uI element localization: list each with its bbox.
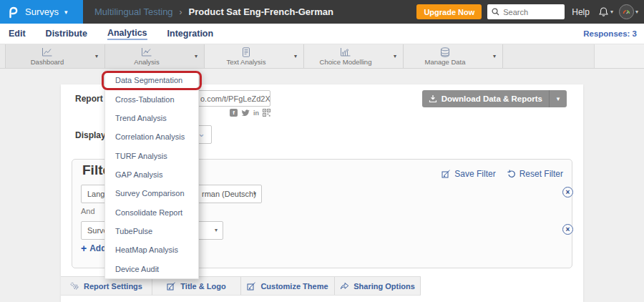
download-icon (429, 94, 437, 103)
account-caret-icon: ▾ (635, 9, 638, 15)
dot-bar-chart-icon (340, 47, 351, 57)
menu-item-survey-comparison[interactable]: Survey Comparison (105, 184, 198, 203)
menu-item-heatmap-analysis[interactable]: HeatMap Analysis (105, 240, 198, 259)
avatar (619, 4, 634, 19)
search-box[interactable] (487, 4, 565, 19)
account-menu[interactable]: ▾ (619, 4, 638, 19)
section-nav: Edit Distribute Analytics Integration Re… (0, 24, 644, 44)
report-settings-tabbar: Report Settings Title & Logo Customize T… (61, 276, 421, 296)
nav-item-edit[interactable]: Edit (9, 29, 26, 39)
surveys-caret-icon: ▾ (64, 9, 68, 16)
questionpro-logo-icon (6, 6, 19, 19)
manage-data-caret-icon[interactable]: ▾ (487, 44, 502, 68)
dashboard-caret-icon[interactable]: ▾ (89, 44, 104, 68)
facebook-icon[interactable]: f (230, 109, 238, 117)
notifications-menu[interactable]: ▾ (598, 6, 613, 17)
text-analysis-caret-icon[interactable]: ▾ (288, 44, 303, 68)
search-icon (492, 8, 499, 16)
plus-icon: + (81, 243, 87, 254)
tab-customize-theme[interactable]: Customize Theme (241, 277, 335, 295)
download-button-label: Download Data & Reports (441, 94, 542, 103)
share-icons-row: f in (230, 108, 270, 117)
filter-row1-caret-icon: ▾ (253, 185, 256, 203)
menu-item-data-segmentation[interactable]: Data Segmentation (105, 71, 198, 89)
filter-and-label: And (81, 207, 95, 215)
edit-pencil-icon (441, 170, 451, 178)
tab-report-settings[interactable]: Report Settings (61, 277, 152, 295)
toolbar-filler (503, 44, 594, 68)
save-filter-label: Save Filter (454, 169, 495, 179)
breadcrumb-separator: › (180, 7, 182, 17)
surveys-menu-label: Surveys (25, 6, 59, 17)
tab-customize-theme-label: Customize Theme (260, 282, 328, 291)
linkedin-icon[interactable]: in (253, 109, 259, 117)
tab-sharing-options-label: Sharing Options (353, 282, 415, 291)
toolbar-segment-manage-data[interactable]: Manage Data ▾ (404, 44, 503, 68)
tab-title-logo[interactable]: Title & Logo (152, 277, 241, 295)
tab-sharing-options[interactable]: Sharing Options (335, 277, 421, 295)
menu-item-correlation-analysis[interactable]: Correlation Analysis (105, 127, 198, 146)
filter-row2-caret-icon: ▾ (215, 222, 218, 239)
reset-filter-link[interactable]: Reset Filter (507, 169, 563, 179)
toolbar-lead (0, 44, 6, 68)
filter-row1-remove-button[interactable]: × (562, 187, 573, 198)
menu-item-consolidate-report[interactable]: Consolidate Report (105, 203, 198, 222)
filter-actions: Save Filter Reset Filter (441, 169, 563, 179)
tab-title-logo-label: Title & Logo (180, 282, 225, 291)
breadcrumb-folder[interactable]: Multilingual Testing (94, 6, 173, 17)
surveys-app-menu[interactable]: Surveys ▾ (0, 0, 83, 24)
filter-row2-remove-button[interactable]: × (562, 224, 573, 235)
bell-icon (598, 6, 609, 17)
trend-line-icon (141, 47, 152, 57)
analysis-dropdown-menu: Data Segmentation Cross-Tabulation Trend… (104, 70, 199, 279)
menu-item-tubepulse[interactable]: TubePulse (105, 222, 198, 240)
toolbar-segment-dashboard[interactable]: Dashboard ▾ (6, 44, 105, 68)
menu-item-trend-analysis[interactable]: Trend Analysis (105, 109, 198, 127)
toolbar-label-text-analysis: Text Analysis (227, 58, 266, 66)
toolbar-segment-choice-modelling[interactable]: Choice Modelling ▾ (304, 44, 404, 68)
toolbar-label-choice-modelling: Choice Modelling (320, 58, 372, 66)
upgrade-now-button[interactable]: Upgrade Now (416, 4, 482, 19)
toolbar-label-manage-data: Manage Data (424, 58, 465, 66)
menu-item-turf-analysis[interactable]: TURF Analysis (105, 146, 198, 165)
document-icon (241, 47, 251, 57)
menu-item-gap-analysis[interactable]: GAP Analysis (105, 165, 198, 184)
choice-modelling-caret-icon[interactable]: ▾ (387, 44, 403, 68)
tab-report-settings-label: Report Settings (84, 282, 142, 291)
app-root: Surveys ▾ Multilingual Testing › Product… (0, 0, 644, 302)
database-icon (440, 47, 450, 57)
toolbar-segment-analysis[interactable]: Analysis ▾ (105, 44, 205, 68)
menu-item-cross-tabulation[interactable]: Cross-Tabulation (105, 89, 198, 108)
nav-item-distribute[interactable]: Distribute (46, 29, 87, 39)
twitter-icon[interactable] (241, 109, 250, 117)
toolbar-segment-text-analysis[interactable]: Text Analysis ▾ (205, 44, 304, 68)
gears-icon (70, 282, 79, 291)
analysis-caret-icon[interactable]: ▾ (188, 44, 204, 68)
edit-pencil-icon (167, 282, 176, 291)
display-label: Display (75, 130, 106, 140)
undo-icon (507, 170, 516, 178)
download-caret-icon[interactable]: ▾ (549, 90, 567, 107)
download-data-reports-button[interactable]: Download Data & Reports ▾ (422, 90, 567, 107)
edit-pencil-icon (247, 282, 256, 291)
responses-count: Responses: 3 (583, 29, 637, 38)
reset-filter-label: Reset Filter (519, 169, 563, 179)
save-filter-link[interactable]: Save Filter (441, 169, 495, 179)
help-link[interactable]: Help (572, 7, 590, 17)
nav-item-analytics[interactable]: Analytics (107, 28, 147, 40)
filter-row1-value-right: rman (Deutsch) (202, 185, 256, 203)
menu-item-device-audit[interactable]: Device Audit (105, 260, 198, 278)
breadcrumb-survey-name: Product Sat Eng-French-German (189, 6, 333, 17)
search-input[interactable] (503, 8, 560, 16)
toolbar-label-dashboard: Dashboard (31, 58, 64, 66)
qr-code-icon[interactable] (263, 109, 270, 117)
add-filter-button[interactable]: + Add (81, 243, 107, 254)
report-label: Report (75, 94, 103, 104)
line-chart-icon (42, 47, 53, 57)
breadcrumb: Multilingual Testing › Product Sat Eng-F… (94, 6, 333, 17)
analytics-toolbar: Dashboard ▾ Analysis ▾ Text Analysis ▾ (0, 44, 644, 69)
toolbar-end-cap (594, 44, 644, 68)
nav-item-integration[interactable]: Integration (167, 29, 214, 39)
notifications-caret-icon: ▾ (610, 9, 613, 15)
top-bar: Surveys ▾ Multilingual Testing › Product… (0, 0, 644, 24)
